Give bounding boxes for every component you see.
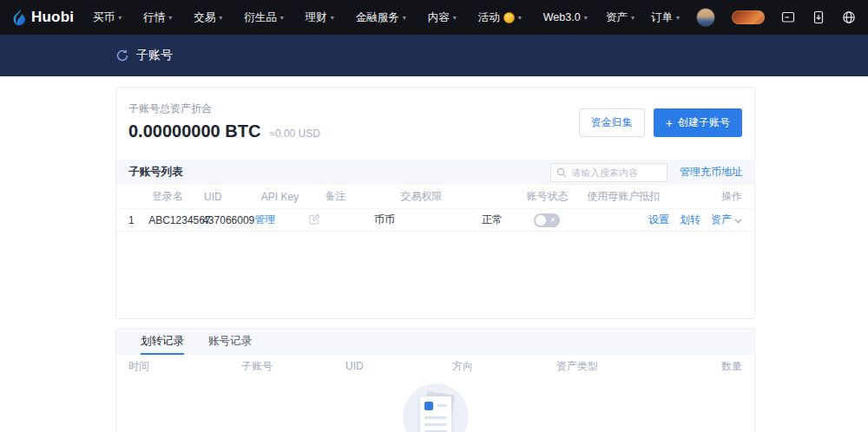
asset-summary: 子账号总资产折合 0.00000000 BTC ≈0.00 USD 资金归集 +…	[116, 88, 754, 160]
search-icon	[556, 167, 567, 178]
search-input[interactable]	[571, 167, 661, 178]
nav-content[interactable]: 内容▾	[428, 10, 457, 25]
col-status: 账号状态	[527, 189, 588, 204]
chevron-down-icon	[734, 214, 742, 226]
col-permission: 交易权限	[400, 189, 526, 204]
nav-earn[interactable]: 理财▾	[306, 10, 334, 25]
usd-total: ≈0.00 USD	[269, 128, 320, 140]
col-direction: 方向	[452, 359, 556, 374]
page-header: 子账号	[0, 35, 868, 76]
main-content: 子账号总资产折合 0.00000000 BTC ≈0.00 USD 资金归集 +…	[0, 76, 868, 432]
row-index: 1	[128, 214, 148, 226]
col-asset-type: 资产类型	[556, 359, 673, 374]
transfer-link[interactable]: 划转	[680, 213, 700, 227]
search-box[interactable]	[550, 163, 667, 182]
refresh-icon[interactable]	[115, 49, 129, 62]
records-card: 划转记录 账号记录 时间 子账号 UID 方向 资产类型 数量	[115, 328, 755, 432]
create-subaccount-button[interactable]: + 创建子账号	[654, 108, 742, 137]
assets-dropdown[interactable]: 资产	[711, 213, 742, 227]
close-icon: ×	[550, 213, 556, 227]
caret-down-icon: ▾	[676, 14, 680, 22]
nav-right-cluster: 资产▾ 订单▾	[606, 8, 856, 27]
caret-down-icon: ▾	[584, 14, 588, 22]
btc-total: 0.00000000 BTC	[128, 121, 260, 141]
col-subaccount: 子账号	[241, 359, 345, 374]
caret-down-icon: ▾	[280, 14, 284, 22]
app-download-icon[interactable]	[812, 10, 825, 24]
promo-badge[interactable]	[732, 10, 765, 24]
logo-text: Huobi	[31, 9, 74, 26]
col-amount: 数量	[673, 359, 742, 374]
caret-down-icon: ▾	[331, 14, 334, 22]
settings-link[interactable]: 设置	[648, 213, 669, 227]
empty-state	[116, 383, 754, 432]
nav-web3[interactable]: Web3.0▾	[543, 11, 588, 23]
nav-activity[interactable]: 活动▾	[478, 10, 522, 25]
empty-illustration	[403, 383, 469, 432]
caret-down-icon: ▾	[631, 14, 635, 22]
plus-icon: +	[666, 119, 673, 128]
table-row: 1 ABC1234567 437066009 管理 币币 正常	[116, 208, 754, 232]
col-note: 备注	[325, 189, 400, 204]
toggle-knob	[536, 215, 546, 226]
list-title: 子账号列表	[128, 165, 183, 180]
nav-orders[interactable]: 订单▾	[651, 10, 680, 25]
row-permission: 币币	[374, 213, 482, 227]
coin-icon	[503, 12, 515, 23]
col-deduct: 使用母账户抵扣	[587, 189, 721, 204]
top-navbar: Huobi 买币▾ 行情▾ 交易▾ 衍生品▾ 理财▾ 金融服务▾ 内容▾ 活动▾…	[0, 0, 868, 35]
subaccount-card: 子账号总资产折合 0.00000000 BTC ≈0.00 USD 资金归集 +…	[115, 87, 755, 319]
caret-down-icon: ▾	[518, 14, 522, 22]
records-tabbar: 划转记录 账号记录	[116, 329, 754, 355]
col-uid: UID	[345, 360, 452, 372]
tab-account-records[interactable]: 账号记录	[208, 329, 252, 355]
caret-down-icon: ▾	[453, 14, 457, 22]
globe-icon[interactable]	[842, 10, 856, 24]
edit-note-icon[interactable]	[309, 213, 320, 225]
row-status: 正常	[482, 213, 534, 227]
row-uid: 437066009	[202, 214, 254, 226]
chat-icon[interactable]	[781, 10, 795, 24]
caret-down-icon: ▾	[168, 14, 172, 22]
huobi-logo[interactable]: Huobi	[12, 9, 74, 26]
row-login: ABC1234567	[148, 214, 202, 226]
deduct-toggle[interactable]: ×	[534, 213, 560, 227]
caret-down-icon: ▾	[118, 14, 122, 22]
col-uid: UID	[204, 191, 261, 203]
nav-buy-crypto[interactable]: 买币▾	[93, 10, 122, 25]
page-title: 子账号	[136, 48, 173, 63]
nav-markets[interactable]: 行情▾	[143, 10, 172, 25]
caret-down-icon: ▾	[403, 14, 406, 22]
subaccount-table-header: 登录名 UID API Key 备注 交易权限 账号状态 使用母账户抵扣 操作	[116, 185, 754, 208]
col-apikey: API Key	[261, 191, 326, 203]
caret-down-icon: ▾	[219, 14, 222, 22]
fund-collect-button[interactable]: 资金归集	[579, 108, 645, 137]
col-time: 时间	[128, 359, 241, 374]
huobi-flame-icon	[12, 9, 28, 26]
nav-derivatives[interactable]: 衍生品▾	[244, 10, 284, 25]
col-login: 登录名	[152, 189, 204, 204]
avatar[interactable]	[696, 8, 715, 27]
manage-api-link[interactable]: 管理	[254, 213, 275, 226]
manage-deposit-address-link[interactable]: 管理充币地址	[680, 165, 742, 180]
nav-assets[interactable]: 资产▾	[606, 10, 635, 25]
tab-transfer-records[interactable]: 划转记录	[141, 329, 184, 355]
list-section-bar: 子账号列表 管理充币地址	[116, 160, 754, 185]
col-actions: 操作	[721, 189, 742, 204]
nav-finance-services[interactable]: 金融服务▾	[356, 10, 406, 25]
main-menu: 买币▾ 行情▾ 交易▾ 衍生品▾ 理财▾ 金融服务▾ 内容▾ 活动▾ Web3.…	[93, 10, 588, 25]
records-table-header: 时间 子账号 UID 方向 资产类型 数量	[116, 355, 754, 377]
page: Huobi 买币▾ 行情▾ 交易▾ 衍生品▾ 理财▾ 金融服务▾ 内容▾ 活动▾…	[0, 0, 868, 432]
nav-trade[interactable]: 交易▾	[194, 10, 222, 25]
